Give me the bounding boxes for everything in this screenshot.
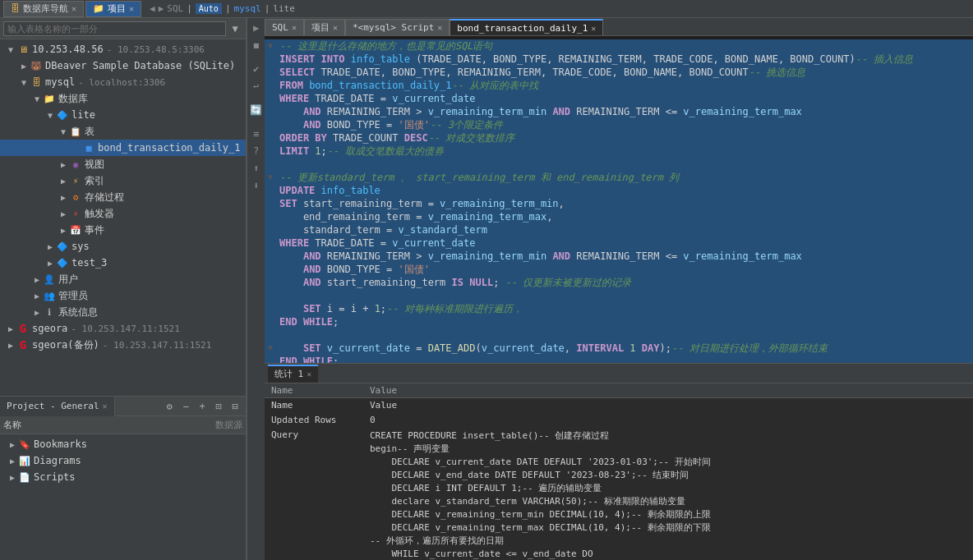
tree-item-databases[interactable]: ▼ 📁 数据库 (0, 90, 246, 107)
left-panel: ▼ ▼ 🖥 10.253.48.56 - 10.253.48.5:3306 ▶ … (0, 18, 247, 560)
tab-project[interactable]: 📁 项目 ✕ (85, 1, 141, 17)
tree-item-admins[interactable]: ▶ 👥 管理员 (0, 287, 246, 304)
admins-icon: 👥 (43, 289, 56, 302)
tree-item-users[interactable]: ▶ 👤 用户 (0, 271, 246, 287)
editor-tab-script-close[interactable]: ✕ (437, 23, 442, 32)
editor-tab-sql[interactable]: SQL ✕ (265, 19, 304, 35)
side-import-icon[interactable]: ⬇ (248, 177, 265, 194)
tree-item-dbeaver[interactable]: ▶ 🐻 DBeaver Sample Database (SQLite) (0, 57, 246, 74)
code-line: AND REMAINING_TERM > v_remaining_term_mi… (265, 105, 973, 118)
right-panel: SQL ✕ 项目 ✕ *<mysql> Script ✕ bond_transa… (265, 18, 973, 560)
nav-sql[interactable]: SQL (167, 3, 183, 14)
project-tree[interactable]: ▶ 🔖 Bookmarks ▶ 📊 Diagrams ▶ 📄 Scripts (0, 434, 246, 560)
side-auto-icon[interactable]: 🔄 (248, 102, 265, 118)
sys-icon: 🔷 (56, 240, 69, 253)
code-line: ▼ -- 更新standard_term 、 start_remaining_t… (265, 171, 973, 184)
project-item-diagrams[interactable]: ▶ 📊 Diagrams (0, 452, 246, 469)
tree-item-tables-folder[interactable]: ▼ 📋 表 (0, 123, 246, 140)
project-tab-close[interactable]: ✕ (103, 402, 108, 411)
code-line: UPDATE info_table (265, 184, 973, 197)
side-stop-icon[interactable]: ◼ (248, 37, 265, 53)
project-minimize-icon[interactable]: ⊟ (228, 399, 242, 414)
tree-arrow-tables: ▼ (58, 126, 69, 137)
tree-item-lite[interactable]: ▼ 🔷 lite (0, 107, 246, 123)
tree-arrow-dbeaver: ▶ (18, 60, 30, 71)
code-line: SET start_remaining_term = v_remaining_t… (265, 197, 973, 210)
project-item-scripts[interactable]: ▶ 📄 Scripts (0, 469, 246, 485)
tree-arrow-sys: ▶ (44, 241, 56, 252)
editor-tab-project-close[interactable]: ✕ (333, 23, 338, 32)
tree-arrow-triggers: ▶ (58, 208, 69, 219)
tree-arrow-events: ▶ (58, 224, 69, 236)
tree-item-bond-table[interactable]: ▦ bond_transaction_daily_1 (0, 140, 246, 156)
code-line: SELECT TRADE_DATE, BOND_TYPE, REMAINING_… (265, 66, 973, 79)
code-line: WHERE TRADE_DATE = v_current_date (265, 92, 973, 105)
editor-tab-sql-close[interactable]: ✕ (292, 23, 297, 32)
tree-item-triggers[interactable]: ▶ ⚡ 触发器 (0, 205, 246, 222)
side-commit-icon[interactable]: ✔ (248, 61, 265, 77)
filter-icon[interactable]: ▼ (228, 21, 242, 36)
nav-buttons: ◀ ▶ SQL | Auto | mysql | lite (143, 3, 970, 14)
tab-close-project[interactable]: ✕ (129, 4, 134, 13)
tree-item-indexes[interactable]: ▶ ⚡ 索引 (0, 172, 246, 189)
code-line (265, 289, 973, 302)
project-plus-icon[interactable]: + (195, 399, 210, 414)
tree-item-events[interactable]: ▶ 📅 事件 (0, 222, 246, 238)
project-tab[interactable]: Project - General ✕ (0, 397, 115, 416)
tree-item-procs[interactable]: ▶ ⚙ 存储过程 (0, 189, 246, 205)
editor-tab-bond[interactable]: bond_transaction_daily_1 ✕ (450, 19, 603, 35)
tree-item-sysinfo[interactable]: ▶ ℹ 系统信息 (0, 304, 246, 320)
search-input[interactable] (3, 21, 226, 36)
database-tree[interactable]: ▼ 🖥 10.253.48.56 - 10.253.48.5:3306 ▶ 🐻 … (0, 39, 246, 396)
tree-item-sgeora[interactable]: ▶ G sgeora - 10.253.147.11:1521 (0, 320, 246, 337)
editor-tab-project[interactable]: 项目 ✕ (304, 19, 345, 35)
tree-arrow-procs: ▶ (58, 191, 69, 203)
tree-arrow-indexes: ▶ (58, 175, 69, 186)
editor-tab-bond-close[interactable]: ✕ (591, 24, 596, 33)
nav-mysql[interactable]: mysql (234, 3, 261, 14)
nav-lite[interactable]: lite (273, 3, 295, 14)
stats-row-query: Query CREATE PROCEDURE insert_table()-- … (265, 428, 973, 561)
tree-item-test3[interactable]: ▶ 🔷 test_3 (0, 255, 246, 271)
stats-tab[interactable]: 统计 1 ✕ (268, 365, 318, 383)
nav-sep3: | (265, 3, 270, 14)
tree-item-sys[interactable]: ▶ 🔷 sys (0, 238, 246, 255)
stats-tab-bar: 统计 1 ✕ (265, 364, 973, 383)
project-icon: 📁 (93, 3, 104, 14)
tree-arrow-server1: ▼ (5, 44, 16, 55)
stats-table: Name Value Name Value Updated Rows 0 (265, 383, 973, 560)
side-toolbar: ▶ ◼ ✔ ↩ 🔄 ≡ ? ⬆ ⬇ (247, 18, 265, 560)
side-format-icon[interactable]: ≡ (248, 126, 265, 142)
nav-back[interactable]: ◀ (150, 3, 155, 14)
project-item-bookmarks[interactable]: ▶ 🔖 Bookmarks (0, 436, 246, 452)
side-rollback-icon[interactable]: ↩ (248, 78, 265, 94)
project-restore-icon[interactable]: ⊡ (211, 399, 226, 414)
tree-arrow-admins: ▶ (31, 290, 43, 301)
side-run-icon[interactable]: ▶ (248, 20, 265, 36)
tree-item-server1[interactable]: ▼ 🖥 10.253.48.56 - 10.253.48.5:3306 (0, 41, 246, 57)
code-content: ▼ -- 这里是什么存储的地方，也是常见的SQL语句 INSERT INTO i… (265, 36, 973, 363)
triggers-icon: ⚡ (69, 207, 82, 220)
nav-forward[interactable]: ▶ (159, 3, 164, 14)
editor-tab-script[interactable]: *<mysql> Script ✕ (345, 19, 450, 35)
tree-item-sgeora-bak[interactable]: ▶ G sgeora(备份) - 10.253.147.11:1521 (0, 337, 246, 353)
sysinfo-icon: ℹ (43, 305, 56, 319)
code-line: INSERT INTO info_table (TRADE_DATE, BOND… (265, 53, 973, 66)
col-name: Name (265, 383, 363, 398)
project-gear-icon[interactable]: ⚙ (162, 399, 177, 414)
code-editor[interactable]: ▼ -- 这里是什么存储的地方，也是常见的SQL语句 INSERT INTO i… (265, 36, 973, 363)
side-export-icon[interactable]: ⬆ (248, 160, 265, 177)
code-line (265, 158, 973, 171)
tree-item-mysql[interactable]: ▼ 🗄 mysql - localhost:3306 (0, 74, 246, 90)
tree-item-views[interactable]: ▶ ◉ 视图 (0, 156, 246, 172)
side-explain-icon[interactable]: ? (248, 143, 265, 159)
stats-panel: 统计 1 ✕ Name Value Name Value (265, 363, 973, 560)
stats-scroll[interactable]: Name Value Name Value Updated Rows 0 (265, 383, 973, 560)
nav-auto[interactable]: Auto (196, 3, 222, 14)
project-minus-icon[interactable]: − (178, 399, 193, 414)
tab-database-nav[interactable]: 🗄 数据库导航 ✕ (3, 1, 84, 17)
bookmark-icon: 🔖 (18, 438, 31, 451)
project-panel: Project - General ✕ ⚙ − + ⊡ ⊟ 名称 数据源 (0, 396, 246, 560)
tab-close-db[interactable]: ✕ (71, 4, 76, 13)
stats-tab-close[interactable]: ✕ (307, 370, 311, 379)
